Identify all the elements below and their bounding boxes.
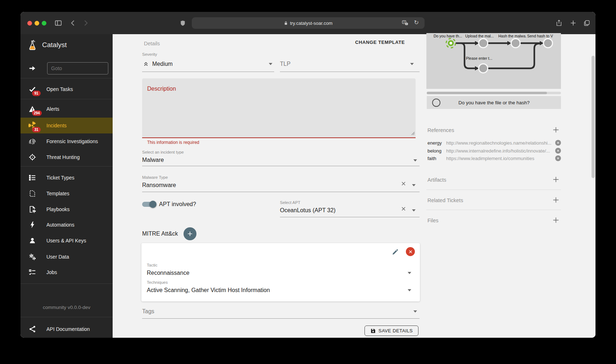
sidebar-toggle-icon[interactable]: [54, 19, 62, 28]
sidebar-item-automations[interactable]: Automations: [21, 217, 113, 233]
task-row[interactable]: Do you have the file or the hash?: [427, 96, 561, 109]
change-template-button[interactable]: CHANGE TEMPLATE: [353, 39, 407, 45]
lock-icon: [284, 21, 288, 26]
incident-type-value[interactable]: Malware: [142, 157, 164, 163]
goto-arrow-icon: [28, 64, 37, 72]
save-floppy-icon: [370, 328, 376, 334]
task-question: Do you have the file or the hash?: [458, 100, 530, 105]
malware-type-dropdown-icon[interactable]: [412, 184, 416, 188]
sidebar-item-users-api-keys[interactable]: Users & API Keys: [21, 233, 113, 249]
sidebar-item-ticket-types[interactable]: Ticket Types: [21, 170, 113, 186]
add-related-ticket-icon[interactable]: [552, 196, 560, 205]
reference-link[interactable]: https://www.leadimplement.io/communities: [446, 156, 552, 161]
page-scrollbar-thumb[interactable]: [592, 56, 595, 178]
graph-scrollbar-thumb[interactable]: [427, 92, 547, 94]
tactic-value[interactable]: Reconnaissance: [147, 270, 189, 276]
sidebar-item-open-tasks[interactable]: 91 Open Tasks: [21, 81, 113, 97]
playbook-file-gear-icon: [28, 205, 37, 213]
malware-type-clear-icon[interactable]: [401, 181, 406, 188]
reference-row: belong http://www.internalredefine.info/…: [427, 147, 561, 154]
sidebar-item-jobs[interactable]: Jobs: [21, 264, 113, 280]
sidebar-item-user-data[interactable]: User Data: [21, 249, 113, 265]
sidebar-item-api-documentation[interactable]: API Documentation: [21, 320, 113, 338]
mitre-add-button[interactable]: [184, 227, 196, 240]
translate-icon[interactable]: Ax: [402, 20, 409, 28]
catalyst-flask-icon: [28, 40, 37, 50]
zoom-window-button[interactable]: [42, 21, 46, 26]
remove-reference-icon[interactable]: [555, 140, 561, 146]
minimize-window-button[interactable]: [35, 21, 39, 26]
template-file-icon: [28, 190, 37, 197]
malware-type-value[interactable]: Ransomware: [142, 182, 176, 188]
remove-reference-icon[interactable]: [555, 148, 561, 154]
tactic-dropdown-icon[interactable]: [408, 272, 411, 276]
add-artifact-icon[interactable]: [552, 176, 560, 185]
goto-input[interactable]: [47, 62, 108, 74]
url-text: try.catalyst-soar.com: [290, 21, 332, 26]
remove-reference-icon[interactable]: [555, 155, 561, 161]
apt-clear-icon[interactable]: [401, 206, 406, 213]
task-radio[interactable]: [432, 99, 440, 107]
playbook-graph[interactable]: Do you have th... Upload the mal... Hash…: [426, 33, 561, 89]
graph-scrollbar-track[interactable]: [427, 92, 561, 94]
new-tab-icon[interactable]: [570, 19, 577, 28]
reference-link[interactable]: http://www.regionaltechnologies.name/rel…: [446, 140, 552, 146]
apt-label: Select APT: [280, 200, 300, 205]
app-logo-row: Catalyst: [21, 37, 113, 53]
tags-dropdown-icon[interactable]: [413, 310, 417, 314]
tlp-dropdown-icon[interactable]: [410, 63, 414, 67]
apt-toggle[interactable]: [142, 202, 155, 207]
reference-row: faith https://www.leadimplement.io/commu…: [427, 155, 561, 162]
tab-overview-icon[interactable]: [583, 19, 590, 28]
edit-pencil-icon[interactable]: [392, 248, 399, 257]
files-title: Files: [427, 218, 439, 223]
browser-toolbar: try.catalyst-soar.com Ax ↻: [21, 12, 595, 34]
tlp-field[interactable]: TLP: [280, 61, 290, 67]
sidebar-item-playbooks[interactable]: Playbooks: [21, 201, 113, 217]
resize-handle[interactable]: [411, 130, 415, 137]
sidebar-item-incidents[interactable]: 31 Incidents: [21, 118, 113, 133]
sidebar-item-forensic-investigations[interactable]: Forensic Investigations: [21, 133, 113, 149]
alerts-badge: 294: [32, 110, 42, 116]
graph-node-label: Upload the mal...: [465, 34, 494, 38]
add-reference-icon[interactable]: [552, 126, 560, 135]
lightning-bolt-icon: [28, 221, 37, 229]
incident-type-label: Select an incident type: [142, 150, 184, 154]
add-file-icon[interactable]: [552, 216, 560, 226]
save-details-button[interactable]: SAVE DETAILS: [364, 326, 418, 336]
severity-dropdown-icon[interactable]: [269, 63, 272, 67]
back-icon[interactable]: [69, 19, 77, 28]
reload-icon[interactable]: ↻: [414, 19, 419, 26]
share-nodes-icon: [28, 325, 37, 333]
severity-medium-icon: [143, 60, 149, 68]
graph-node-label: Send hash to V: [527, 34, 553, 38]
techniques-dropdown-icon[interactable]: [408, 289, 411, 293]
sidebar-item-alerts[interactable]: 294 Alerts: [21, 101, 113, 117]
address-bar[interactable]: try.catalyst-soar.com Ax ↻: [192, 17, 425, 29]
apt-dropdown-icon[interactable]: [412, 209, 416, 213]
close-window-button[interactable]: [27, 21, 32, 26]
incidents-badge: 31: [32, 127, 41, 132]
apt-value[interactable]: OceanLotus (APT 32): [280, 207, 335, 214]
references-title: References: [427, 127, 454, 133]
goto-row: [21, 60, 113, 76]
severity-value[interactable]: Medium: [152, 61, 173, 67]
apt-toggle-label: APT involved?: [159, 201, 196, 208]
incident-type-dropdown-icon[interactable]: [413, 159, 417, 163]
description-textarea[interactable]: Description: [142, 78, 416, 138]
techniques-value[interactable]: Active Scanning, Gather Victim Host Info…: [147, 287, 270, 294]
description-label: Description: [147, 86, 176, 92]
shield-icon[interactable]: [180, 19, 186, 28]
details-title: Details: [144, 41, 160, 46]
reference-link[interactable]: http://www.internalredefine.info/holisti…: [446, 148, 552, 154]
sidebar-item-threat-hunting[interactable]: Threat Hunting: [21, 149, 113, 165]
share-icon[interactable]: [556, 19, 562, 28]
forward-icon[interactable]: [82, 19, 89, 28]
tags-field[interactable]: Tags: [142, 308, 154, 315]
graph-node-label: Hash the malwa.: [498, 34, 526, 38]
artifacts-title: Artifacts: [427, 177, 446, 183]
sidebar-item-templates[interactable]: Templates: [21, 186, 113, 201]
task-list-icon: [28, 268, 37, 276]
list-icon: [28, 174, 37, 182]
delete-mitre-icon[interactable]: [406, 247, 415, 256]
